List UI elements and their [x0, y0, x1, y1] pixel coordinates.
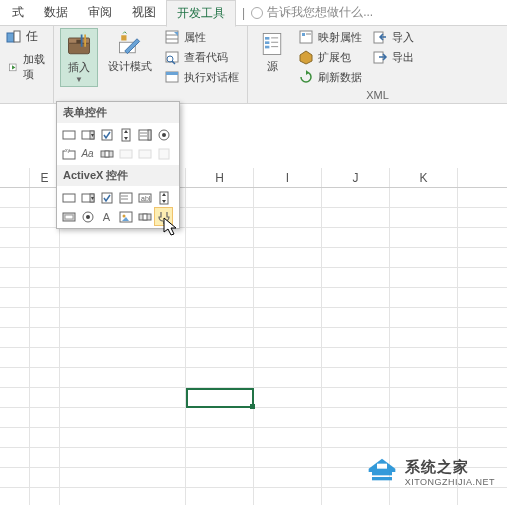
form-optionbutton[interactable] — [154, 125, 173, 144]
export-button[interactable]: 导出 — [370, 48, 416, 66]
group-controls: 插入 ▼ 设计模式 属性 — [54, 26, 248, 103]
svg-rect-46 — [148, 130, 151, 140]
activex-optionbutton[interactable] — [78, 207, 97, 226]
xml-source-button[interactable]: 源 — [254, 28, 290, 74]
activex-spinner[interactable] — [154, 188, 173, 207]
watermark-logo-icon — [365, 457, 399, 487]
grid-row[interactable] — [0, 428, 507, 448]
form-checkbox[interactable] — [97, 125, 116, 144]
grid-row[interactable] — [0, 308, 507, 328]
col-end — [458, 168, 507, 187]
activex-controls-title: ActiveX 控件 — [57, 165, 179, 186]
group-xml: 源 映射属性 扩展包 刷新数据 导入 — [248, 26, 507, 103]
watermark-zh: 系统之家 — [405, 458, 495, 477]
grid-row[interactable] — [0, 488, 507, 505]
activex-combobox[interactable] — [78, 188, 97, 207]
tab-developer[interactable]: 开发工具 — [166, 0, 236, 27]
svg-rect-23 — [265, 41, 269, 44]
ribbon-tabs: 式 数据 审阅 视图 开发工具 | 告诉我您想做什么... — [0, 0, 507, 26]
activex-textbox[interactable]: abl — [135, 188, 154, 207]
design-mode-button[interactable]: 设计模式 — [104, 28, 156, 74]
activex-label[interactable]: A — [97, 207, 116, 226]
grid-row[interactable] — [0, 248, 507, 268]
tab-formulas-partial[interactable]: 式 — [2, 0, 34, 25]
form-combo-disabled — [135, 144, 154, 163]
selection-fill-handle[interactable] — [250, 404, 255, 409]
form-label[interactable]: Aa — [78, 144, 97, 163]
tab-view[interactable]: 视图 — [122, 0, 166, 25]
view-code-icon — [164, 49, 180, 65]
svg-rect-1 — [14, 31, 20, 42]
com-addin-icon — [8, 59, 19, 75]
tab-separator: | — [242, 6, 245, 20]
svg-rect-7 — [81, 35, 83, 47]
grid-row[interactable] — [0, 268, 507, 288]
activex-image[interactable] — [116, 207, 135, 226]
form-button[interactable] — [59, 125, 78, 144]
refresh-icon — [298, 69, 314, 85]
cell-selection[interactable] — [186, 388, 254, 408]
svg-rect-78 — [143, 214, 147, 220]
map-properties-button[interactable]: 映射属性 — [296, 28, 364, 46]
run-dialog-icon — [164, 69, 180, 85]
grid-row[interactable] — [0, 348, 507, 368]
svg-rect-29 — [302, 33, 305, 36]
form-spinner[interactable] — [116, 125, 135, 144]
svg-rect-8 — [84, 35, 86, 47]
col-j[interactable]: J — [322, 168, 390, 187]
dropdown-arrow-icon: ▼ — [75, 75, 83, 84]
excel-addins-partial[interactable]: 任 — [6, 28, 38, 45]
svg-rect-53 — [105, 151, 109, 157]
view-code-button[interactable]: 查看代码 — [162, 48, 241, 66]
svg-rect-28 — [300, 31, 312, 43]
tellme-box[interactable]: 告诉我您想做什么... — [251, 4, 373, 21]
grid-row[interactable] — [0, 368, 507, 388]
svg-rect-55 — [139, 150, 151, 158]
form-listbox[interactable] — [135, 125, 154, 144]
svg-rect-57 — [63, 194, 75, 202]
svg-rect-0 — [7, 33, 14, 42]
activex-checkbox[interactable] — [97, 188, 116, 207]
grid-row[interactable] — [0, 408, 507, 428]
activex-commandbutton[interactable] — [59, 188, 78, 207]
col-k[interactable]: K — [390, 168, 458, 187]
group-addins: 任 加载项 — [0, 26, 54, 103]
form-groupbox[interactable]: xy — [59, 144, 78, 163]
activex-togglebutton[interactable] — [59, 207, 78, 226]
watermark: 系统之家 XITONGZHIJIA.NET — [365, 457, 495, 487]
form-scrollbar[interactable] — [97, 144, 116, 163]
tab-data[interactable]: 数据 — [34, 0, 78, 25]
form-controls-title: 表单控件 — [57, 102, 179, 123]
export-icon — [372, 49, 388, 65]
svg-point-48 — [162, 133, 166, 137]
activex-more-controls[interactable] — [154, 207, 173, 226]
svg-rect-62 — [120, 193, 132, 203]
watermark-en: XITONGZHIJIA.NET — [405, 477, 495, 487]
svg-text:abl: abl — [141, 195, 151, 202]
grid-row[interactable] — [0, 288, 507, 308]
import-icon — [372, 29, 388, 45]
svg-rect-54 — [120, 150, 132, 158]
form-combobox[interactable] — [78, 125, 97, 144]
svg-rect-61 — [102, 193, 112, 203]
import-button[interactable]: 导入 — [370, 28, 416, 46]
properties-button[interactable]: 属性 — [162, 28, 241, 46]
addin-icon — [6, 29, 22, 45]
col-h[interactable]: H — [186, 168, 254, 187]
activex-scrollbar[interactable] — [135, 207, 154, 226]
activex-controls-grid: abl A — [57, 186, 179, 228]
insert-controls-popup: 表单控件 xy Aa ActiveX 控件 abl A — [56, 101, 180, 229]
grid-row[interactable] — [0, 328, 507, 348]
svg-rect-35 — [63, 131, 75, 139]
insert-controls-button[interactable]: 插入 ▼ — [60, 28, 98, 87]
col-i[interactable]: I — [254, 168, 322, 187]
grid-row[interactable] — [0, 228, 507, 248]
com-addins-button[interactable]: 加载项 — [6, 51, 47, 83]
col-sep — [0, 168, 30, 187]
activex-listbox[interactable] — [116, 188, 135, 207]
refresh-data-button[interactable]: 刷新数据 — [296, 68, 364, 86]
tellme-placeholder: 告诉我您想做什么... — [267, 4, 373, 21]
expansion-pack-button[interactable]: 扩展包 — [296, 48, 364, 66]
run-dialog-button[interactable]: 执行对话框 — [162, 68, 241, 86]
tab-review[interactable]: 审阅 — [78, 0, 122, 25]
